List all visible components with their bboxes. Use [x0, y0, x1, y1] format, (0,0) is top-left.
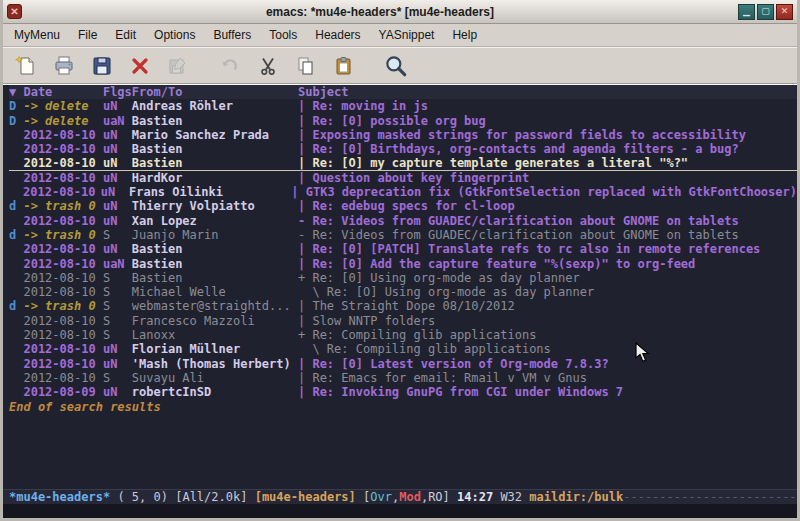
window-menu-icon[interactable]: ✕: [7, 4, 22, 19]
menu-options[interactable]: Options: [145, 25, 204, 45]
col-mark: [9, 214, 23, 228]
col-flags: uN: [103, 357, 132, 371]
message-row[interactable]: 2012-08-10uNMario Sanchez Prada| Exposin…: [9, 128, 797, 142]
col-flags: uN: [103, 242, 132, 256]
col-from: Lanoxx: [132, 328, 298, 342]
modeline-segment-minor: [mu4e-headers]: [255, 490, 356, 504]
message-row[interactable]: 2012-08-10uaNBastien| Re: [0] Add the ca…: [9, 257, 797, 271]
message-row[interactable]: 2012-08-09uNrobertcInSD| Re: Invoking Gn…: [9, 385, 797, 399]
paste-icon[interactable]: [329, 51, 359, 81]
modeline-segment-plain: [: [356, 490, 370, 504]
message-row[interactable]: 2012-08-10uNBastien| Re: [0] [PATCH] Tra…: [9, 242, 797, 256]
column-header-flags[interactable]: Flgs: [103, 85, 132, 99]
col-from: Bastien: [132, 142, 298, 156]
col-from: Frans Oilinki: [129, 185, 291, 199]
message-row[interactable]: 2012-08-10uN'Mash (Thomas Herbert)| Re: …: [9, 357, 797, 371]
message-row[interactable]: 2012-08-10SFrancesco Mazzoli| Slow NNTP …: [9, 314, 797, 328]
col-mark: [9, 328, 23, 342]
col-mark: [9, 271, 23, 285]
col-subject: | Slow NNTP folders: [298, 314, 797, 328]
maximize-button[interactable]: ▢: [757, 4, 774, 20]
menu-headers[interactable]: Headers: [306, 25, 369, 45]
copy-icon[interactable]: [291, 51, 321, 81]
col-mark: [9, 242, 23, 256]
close-button[interactable]: ✕: [776, 4, 793, 20]
message-row[interactable]: 2012-08-10uNBastien| Re: [0] Birthdays, …: [9, 142, 797, 156]
col-mark: D: [9, 114, 23, 128]
col-flags: S: [103, 271, 132, 285]
message-row[interactable]: D-> deleteuNAndreas Röhler| Re: moving i…: [9, 99, 797, 113]
col-subject: - Re: Videos from GUADEC/clarification a…: [298, 228, 797, 242]
menu-edit[interactable]: Edit: [106, 25, 145, 45]
col-flags: S: [103, 228, 132, 242]
col-flags: uN: [101, 185, 129, 199]
save-as-icon: [163, 51, 193, 81]
column-header-date[interactable]: ▼ Date: [9, 85, 103, 99]
col-date: 2012-08-10: [23, 128, 102, 142]
close-buffer-icon[interactable]: [125, 51, 155, 81]
col-subject: | Exposing masked strings for password f…: [298, 128, 797, 142]
menu-file[interactable]: File: [69, 25, 106, 45]
message-row[interactable]: 2012-08-10SMichael Welle \ Re: [O] Using…: [9, 285, 797, 299]
col-mark: d: [9, 299, 23, 313]
col-subject: | Re: Emacs for email: Rmail v VM v Gnus: [298, 371, 797, 385]
col-date: 2012-08-10: [23, 185, 101, 199]
message-row[interactable]: D-> deleteuaNBastien| Re: [0] possible o…: [9, 114, 797, 128]
col-from: HardKor: [132, 171, 298, 185]
search-icon[interactable]: [381, 51, 411, 81]
print-icon[interactable]: [49, 51, 79, 81]
col-from: Andreas Röhler: [132, 99, 298, 113]
save-icon[interactable]: [87, 51, 117, 81]
titlebar[interactable]: ✕ emacs: *mu4e-headers* [mu4e-headers] ▁…: [3, 0, 797, 24]
menu-buffers[interactable]: Buffers: [204, 25, 260, 45]
col-subject: + Re: Compiling glib applications: [298, 328, 797, 342]
message-row[interactable]: 2012-08-10uNFrans Oilinki| GTK3 deprecat…: [9, 185, 797, 199]
col-mark: [9, 342, 23, 356]
col-date: -> trash 0: [23, 199, 102, 213]
modeline-segment-time: 14:27: [457, 490, 493, 504]
col-from: Xan Lopez: [132, 214, 298, 228]
column-header-from[interactable]: From/To: [132, 85, 298, 99]
minibuffer[interactable]: [3, 504, 797, 518]
message-row[interactable]: d-> trash 0SJuanjo Marin- Re: Videos fro…: [9, 228, 797, 242]
message-row[interactable]: 2012-08-10SLanoxx+ Re: Compiling glib ap…: [9, 328, 797, 342]
modeline-segment-ro: RO: [428, 490, 442, 504]
message-row[interactable]: 2012-08-10SSuvayu Ali| Re: Emacs for ema…: [9, 371, 797, 385]
col-from: 'Mash (Thomas Herbert): [132, 357, 298, 371]
cut-icon[interactable]: [253, 51, 283, 81]
col-date: 2012-08-10: [23, 357, 102, 371]
col-from: Bastien: [132, 257, 298, 271]
minimize-button[interactable]: ▁: [738, 4, 755, 20]
emacs-body: ▼ DateFlgsFrom/ToSubject D-> deleteuNAnd…: [3, 84, 797, 518]
message-row[interactable]: 2012-08-10uNFlorian Müllner \ Re: Compil…: [9, 342, 797, 356]
message-row[interactable]: d-> trash 0Swebmaster@straightd...| The …: [9, 299, 797, 313]
message-row[interactable]: 2012-08-10SBastien+ Re: [0] Using org-mo…: [9, 271, 797, 285]
modeline-segment-plain: W32: [493, 490, 529, 504]
modeline-segment-bufname: *mu4e-headers*: [9, 490, 110, 504]
message-row[interactable]: 2012-08-10uNXan Lopez- Re: Videos from G…: [9, 214, 797, 228]
menu-tools[interactable]: Tools: [260, 25, 306, 45]
col-flags: uN: [103, 128, 132, 142]
col-date: 2012-08-09: [23, 385, 102, 399]
message-row[interactable]: 2012-08-10uNHardKor| Question about key …: [9, 171, 797, 185]
col-subject: | Question about key fingerprint: [298, 171, 797, 185]
col-flags: uaN: [103, 114, 132, 128]
message-row[interactable]: 2012-08-10uNBastien| Re: [O] my capture …: [9, 156, 797, 170]
column-header-subject[interactable]: Subject: [298, 85, 349, 99]
col-date: 2012-08-10: [23, 214, 102, 228]
message-row[interactable]: d-> trash 0uNThierry Volpiatto| Re: edeb…: [9, 199, 797, 213]
col-mark: [9, 257, 23, 271]
col-mark: [9, 385, 23, 399]
new-file-icon[interactable]: [11, 51, 41, 81]
col-mark: [9, 156, 23, 169]
col-mark: [9, 185, 23, 199]
col-mark: [9, 142, 23, 156]
menu-yasnippet[interactable]: YASnippet: [370, 25, 444, 45]
col-subject: | Re: edebug specs for cl-loop: [298, 199, 797, 213]
col-from: Juanjo Marin: [132, 228, 298, 242]
col-from: Mario Sanchez Prada: [132, 128, 298, 142]
col-from: Francesco Mazzoli: [132, 314, 298, 328]
menu-help[interactable]: Help: [443, 25, 486, 45]
menu-mymenu[interactable]: MyMenu: [5, 25, 69, 45]
col-date: 2012-08-10: [23, 171, 102, 185]
